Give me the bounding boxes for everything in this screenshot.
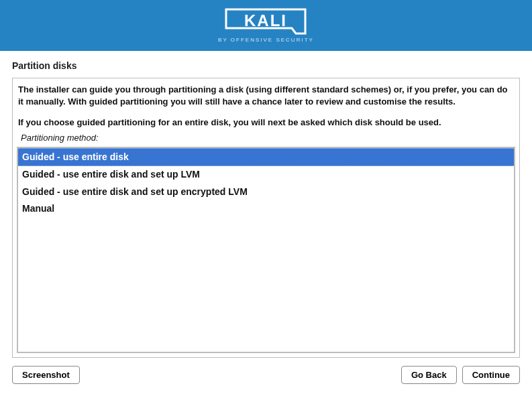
option-guided-encrypted-lvm[interactable]: Guided - use entire disk and set up encr… (18, 184, 514, 201)
content-box: The installer can guide you through part… (12, 78, 520, 358)
logo-subtitle: BY OFFENSIVE SECURITY (218, 37, 314, 43)
method-label: Partitioning method: (17, 133, 515, 143)
screenshot-button[interactable]: Screenshot (12, 366, 80, 384)
banner-logo: KALI BY OFFENSIVE SECURITY (218, 8, 314, 43)
instruction-text-2: If you choose guided partitioning for an… (17, 117, 515, 129)
go-back-button[interactable]: Go Back (401, 366, 457, 384)
option-manual[interactable]: Manual (18, 200, 514, 218)
option-guided-entire-disk[interactable]: Guided - use entire disk (18, 148, 514, 167)
kali-logo-icon: KALI (222, 8, 309, 35)
continue-button[interactable]: Continue (462, 366, 520, 384)
instruction-text-1: The installer can guide you through part… (17, 84, 515, 107)
partitioning-method-listbox[interactable]: Guided - use entire disk Guided - use en… (17, 147, 515, 353)
kali-logo: KALI (222, 8, 309, 35)
svg-text:KALI: KALI (244, 11, 287, 29)
page-title: Partition disks (0, 51, 532, 78)
banner: KALI BY OFFENSIVE SECURITY (0, 0, 532, 51)
bottom-bar: Screenshot Go Back Continue (0, 358, 532, 384)
right-buttons: Go Back Continue (401, 366, 520, 384)
option-guided-lvm[interactable]: Guided - use entire disk and set up LVM (18, 166, 514, 184)
